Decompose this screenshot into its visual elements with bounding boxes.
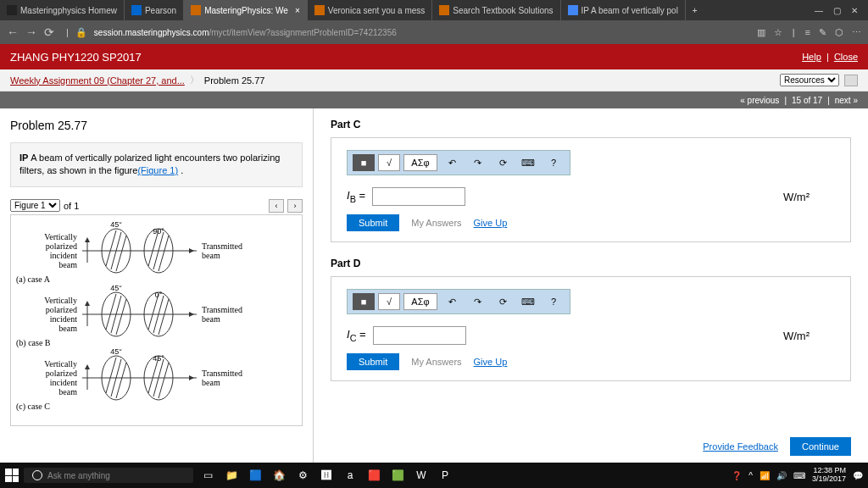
part-c-input[interactable] bbox=[372, 187, 465, 206]
submit-button[interactable]: Submit bbox=[347, 353, 399, 370]
svg-line-38 bbox=[148, 358, 159, 393]
lock-icon: 🔒 bbox=[75, 27, 87, 38]
browser-tab[interactable]: Masteringphysics Homew bbox=[0, 0, 125, 20]
part-d-input[interactable] bbox=[373, 326, 466, 345]
keyboard-icon[interactable]: ⌨ bbox=[517, 293, 539, 310]
figure-select[interactable]: Figure 1 bbox=[10, 199, 60, 212]
forward-icon[interactable]: → bbox=[25, 25, 37, 39]
course-header: ZHANG PHY1220 SP2017 Help | Close bbox=[0, 44, 868, 69]
hub-icon[interactable]: ≡ bbox=[805, 27, 810, 37]
svg-line-6 bbox=[106, 230, 116, 266]
app-icon[interactable]: W bbox=[412, 466, 431, 485]
app-icon[interactable]: 🟩 bbox=[388, 466, 407, 485]
volume-icon[interactable]: 🔊 bbox=[776, 471, 787, 480]
give-up-link[interactable]: Give Up bbox=[474, 218, 508, 228]
help-icon[interactable]: ? bbox=[542, 293, 565, 310]
browser-tab[interactable]: Veronica sent you a mess bbox=[308, 0, 433, 20]
clock[interactable]: 12:38 PM 3/19/2017 bbox=[812, 467, 846, 484]
app-icon[interactable]: 📁 bbox=[222, 466, 241, 485]
answer-toolbar: ■ √ ΑΣφ ↶ ↷ ⟳ ⌨ ? bbox=[347, 289, 570, 314]
undo-icon[interactable]: ↶ bbox=[441, 293, 463, 310]
part-c-box: ■ √ ΑΣφ ↶ ↷ ⟳ ⌨ ? IB = W/m² Submit My An… bbox=[331, 137, 851, 242]
greek-icon[interactable]: ΑΣφ bbox=[403, 154, 437, 171]
prev-link[interactable]: « previous bbox=[740, 96, 779, 105]
browser-tab-active[interactable]: MasteringPhysics: We× bbox=[184, 0, 308, 20]
problem-description: IP A beam of vertically polarized light … bbox=[10, 142, 303, 187]
tray-up-icon[interactable]: ^ bbox=[748, 471, 753, 480]
svg-marker-3 bbox=[85, 237, 90, 242]
cortana-icon bbox=[32, 470, 42, 480]
app-icon[interactable]: P bbox=[436, 466, 454, 485]
app-icon[interactable]: 🟥 bbox=[364, 466, 383, 485]
help-link[interactable]: Help bbox=[802, 52, 821, 62]
more-icon[interactable]: ⋯ bbox=[852, 27, 861, 38]
print-icon[interactable] bbox=[844, 75, 858, 86]
close-window-icon[interactable]: ✕ bbox=[851, 6, 858, 15]
taskbar: Ask me anything ▭ 📁 🟦 🏠 ⚙ 🅷 a 🟥 🟩 W P ❓ … bbox=[0, 463, 868, 488]
breadcrumb: Weekly Assignment 09 (Chapter 27, and...… bbox=[0, 69, 868, 92]
browser-tab[interactable]: Pearson bbox=[125, 0, 184, 20]
svg-marker-31 bbox=[85, 364, 90, 369]
redo-icon[interactable]: ↷ bbox=[466, 293, 488, 310]
favorite-icon[interactable]: ☆ bbox=[774, 27, 782, 38]
templates-icon[interactable]: ■ bbox=[353, 293, 375, 310]
problem-title: Problem 25.77 bbox=[10, 119, 303, 132]
app-icon[interactable]: ⚙ bbox=[293, 466, 312, 485]
next-link[interactable]: next » bbox=[835, 96, 858, 105]
keyboard-icon[interactable]: ⌨ bbox=[517, 154, 539, 171]
reading-icon[interactable]: ▥ bbox=[757, 27, 765, 38]
course-title: ZHANG PHY1220 SP2017 bbox=[10, 51, 142, 64]
app-icon[interactable]: 🏠 bbox=[270, 466, 288, 485]
reset-icon[interactable]: ⟳ bbox=[492, 154, 514, 171]
tray-icon[interactable]: ❓ bbox=[732, 471, 742, 480]
svg-line-10 bbox=[148, 230, 159, 266]
figure-case: Verticallypolarizedincidentbeam 45° 45° … bbox=[16, 347, 297, 408]
maximize-icon[interactable]: ▢ bbox=[833, 6, 841, 15]
assignment-link[interactable]: Weekly Assignment 09 (Chapter 27, and... bbox=[10, 75, 185, 86]
svg-text:90°: 90° bbox=[153, 227, 164, 236]
app-icon[interactable]: 🅷 bbox=[317, 466, 336, 485]
start-icon[interactable] bbox=[5, 469, 19, 482]
refresh-icon[interactable]: ⟳ bbox=[44, 25, 54, 39]
notifications-icon[interactable]: 💬 bbox=[853, 471, 863, 480]
figure-prev-icon[interactable]: ‹ bbox=[269, 199, 284, 213]
figure-case: Verticallypolarizedincidentbeam 45° 0° T… bbox=[16, 284, 297, 345]
feedback-link[interactable]: Provide Feedback bbox=[703, 441, 778, 452]
task-view-icon[interactable]: ▭ bbox=[198, 466, 217, 485]
sqrt-icon[interactable]: √ bbox=[378, 154, 400, 171]
cortana-search[interactable]: Ask me anything bbox=[24, 468, 193, 483]
notes-icon[interactable]: ✎ bbox=[819, 27, 826, 38]
figure-link[interactable]: (Figure 1) bbox=[137, 165, 178, 175]
svg-text:45°: 45° bbox=[153, 354, 164, 363]
keyboard-tray-icon[interactable]: ⌨ bbox=[793, 471, 805, 480]
redo-icon[interactable]: ↷ bbox=[466, 154, 488, 171]
back-icon[interactable]: ← bbox=[7, 25, 19, 39]
submit-button[interactable]: Submit bbox=[347, 214, 399, 231]
wifi-icon[interactable]: 📶 bbox=[760, 471, 770, 480]
app-icon[interactable]: a bbox=[341, 466, 359, 485]
svg-line-39 bbox=[159, 363, 169, 398]
give-up-link[interactable]: Give Up bbox=[474, 357, 508, 367]
undo-icon[interactable]: ↶ bbox=[441, 154, 463, 171]
browser-tab[interactable]: Search Textbook Solutions bbox=[432, 0, 560, 20]
url-text[interactable]: session.masteringphysics.com/myct/itemVi… bbox=[94, 28, 397, 37]
sqrt-icon[interactable]: √ bbox=[378, 293, 400, 310]
answer-toolbar: ■ √ ΑΣφ ↶ ↷ ⟳ ⌨ ? bbox=[347, 150, 570, 175]
figure-next-icon[interactable]: › bbox=[287, 199, 303, 213]
close-icon[interactable]: × bbox=[295, 6, 300, 15]
my-answers-link[interactable]: My Answers bbox=[411, 357, 461, 367]
continue-button[interactable]: Continue bbox=[790, 437, 851, 456]
reset-icon[interactable]: ⟳ bbox=[492, 293, 514, 310]
app-icon[interactable]: 🟦 bbox=[246, 466, 264, 485]
templates-icon[interactable]: ■ bbox=[353, 154, 375, 171]
browser-tab[interactable]: IP A beam of vertically pol bbox=[561, 0, 686, 20]
close-link[interactable]: Close bbox=[834, 52, 858, 62]
new-tab-button[interactable]: + bbox=[686, 0, 704, 20]
greek-icon[interactable]: ΑΣφ bbox=[403, 293, 437, 310]
my-answers-link[interactable]: My Answers bbox=[411, 218, 461, 228]
help-icon[interactable]: ? bbox=[542, 154, 565, 171]
share-icon[interactable]: ⬡ bbox=[835, 27, 843, 38]
part-c-label: Part C bbox=[331, 119, 851, 130]
resources-select[interactable]: Resources bbox=[780, 74, 839, 86]
minimize-icon[interactable]: — bbox=[815, 6, 823, 15]
